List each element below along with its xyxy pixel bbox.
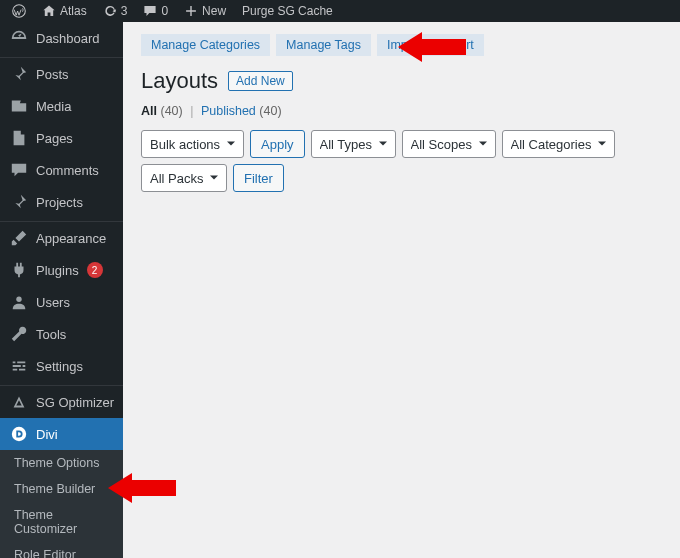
updates-icon	[103, 4, 117, 18]
sg-label: SG Optimizer	[36, 395, 114, 410]
comment-icon	[143, 4, 157, 18]
sidebar-item-comments[interactable]: Comments	[0, 154, 123, 186]
users-label: Users	[36, 295, 70, 310]
plug-icon	[10, 261, 28, 279]
page-title-row: Layouts Add New	[141, 68, 662, 94]
submenu-theme-builder[interactable]: Theme Builder	[0, 476, 123, 502]
media-icon	[10, 97, 28, 115]
page-icon	[10, 129, 28, 147]
plugins-update-badge: 2	[87, 262, 103, 278]
updates-menu[interactable]: 3	[97, 0, 134, 22]
submenu-theme-customizer[interactable]: Theme Customizer	[0, 502, 123, 542]
sidebar-item-pages[interactable]: Pages	[0, 122, 123, 154]
status-all-count: (40)	[160, 104, 182, 118]
comments-count: 0	[161, 4, 168, 18]
wordpress-logo-icon	[12, 4, 26, 18]
categories-select[interactable]: All Categories	[502, 130, 615, 158]
comments-icon	[10, 161, 28, 179]
apply-button[interactable]: Apply	[250, 130, 305, 158]
plugins-label: Plugins	[36, 263, 79, 278]
user-icon	[10, 293, 28, 311]
sg-icon	[10, 393, 28, 411]
admin-toolbar: Atlas 3 0 New Purge SG Cache	[0, 0, 680, 22]
pipe-separator: |	[190, 104, 193, 118]
bulk-actions-select[interactable]: Bulk actions	[141, 130, 244, 158]
pin-icon	[10, 65, 28, 83]
site-name-menu[interactable]: Atlas	[36, 0, 93, 22]
import-export-button[interactable]: Import & Export	[377, 34, 484, 56]
sidebar-item-posts[interactable]: Posts	[0, 58, 123, 90]
sidebar-item-tools[interactable]: Tools	[0, 318, 123, 350]
scopes-select[interactable]: All Scopes	[402, 130, 496, 158]
status-published-count: (40)	[259, 104, 281, 118]
posts-label: Posts	[36, 67, 69, 82]
types-select[interactable]: All Types	[311, 130, 396, 158]
filter-button[interactable]: Filter	[233, 164, 284, 192]
updates-count: 3	[121, 4, 128, 18]
sidebar-item-sg-optimizer[interactable]: SG Optimizer	[0, 386, 123, 418]
filter-row: Bulk actions Apply All Types All Scopes …	[141, 130, 662, 192]
tools-label: Tools	[36, 327, 66, 342]
content-area: Manage Categories Manage Tags Import & E…	[123, 22, 680, 558]
sidebar-item-appearance[interactable]: Appearance	[0, 222, 123, 254]
sliders-icon	[10, 357, 28, 375]
sidebar-item-plugins[interactable]: Plugins 2	[0, 254, 123, 286]
status-filter: All (40) | Published (40)	[141, 104, 662, 118]
home-icon	[42, 4, 56, 18]
wrench-icon	[10, 325, 28, 343]
purge-cache-button[interactable]: Purge SG Cache	[236, 0, 339, 22]
status-published-link[interactable]: Published	[201, 104, 256, 118]
comments-label: Comments	[36, 163, 99, 178]
svg-point-2	[12, 427, 26, 441]
sidebar-item-media[interactable]: Media	[0, 90, 123, 122]
svg-point-1	[16, 297, 21, 302]
status-all-label[interactable]: All	[141, 104, 157, 118]
appearance-label: Appearance	[36, 231, 106, 246]
sidebar-item-projects[interactable]: Projects	[0, 186, 123, 218]
manage-tags-button[interactable]: Manage Tags	[276, 34, 371, 56]
plus-icon	[184, 4, 198, 18]
manage-categories-button[interactable]: Manage Categories	[141, 34, 270, 56]
admin-sidebar: Dashboard Posts Media Pages Comments Pro…	[0, 22, 123, 558]
dashboard-label: Dashboard	[36, 31, 100, 46]
dashboard-icon	[10, 29, 28, 47]
pages-label: Pages	[36, 131, 73, 146]
site-name-label: Atlas	[60, 4, 87, 18]
wp-logo-menu[interactable]	[6, 0, 32, 22]
sidebar-item-dashboard[interactable]: Dashboard	[0, 22, 123, 54]
sidebar-item-divi[interactable]: Divi	[0, 418, 123, 450]
projects-label: Projects	[36, 195, 83, 210]
brush-icon	[10, 229, 28, 247]
new-label: New	[202, 4, 226, 18]
media-label: Media	[36, 99, 71, 114]
divi-label: Divi	[36, 427, 58, 442]
comments-menu[interactable]: 0	[137, 0, 174, 22]
packs-select[interactable]: All Packs	[141, 164, 227, 192]
main-wrap: Dashboard Posts Media Pages Comments Pro…	[0, 22, 680, 558]
purge-label: Purge SG Cache	[242, 4, 333, 18]
pin-icon	[10, 193, 28, 211]
submenu-theme-options[interactable]: Theme Options	[0, 450, 123, 476]
add-new-button[interactable]: Add New	[228, 71, 293, 91]
new-content-menu[interactable]: New	[178, 0, 232, 22]
sidebar-item-users[interactable]: Users	[0, 286, 123, 318]
page-title: Layouts	[141, 68, 218, 94]
settings-label: Settings	[36, 359, 83, 374]
divi-icon	[10, 425, 28, 443]
action-pills: Manage Categories Manage Tags Import & E…	[141, 34, 662, 56]
submenu-role-editor[interactable]: Role Editor	[0, 542, 123, 558]
sidebar-item-settings[interactable]: Settings	[0, 350, 123, 382]
